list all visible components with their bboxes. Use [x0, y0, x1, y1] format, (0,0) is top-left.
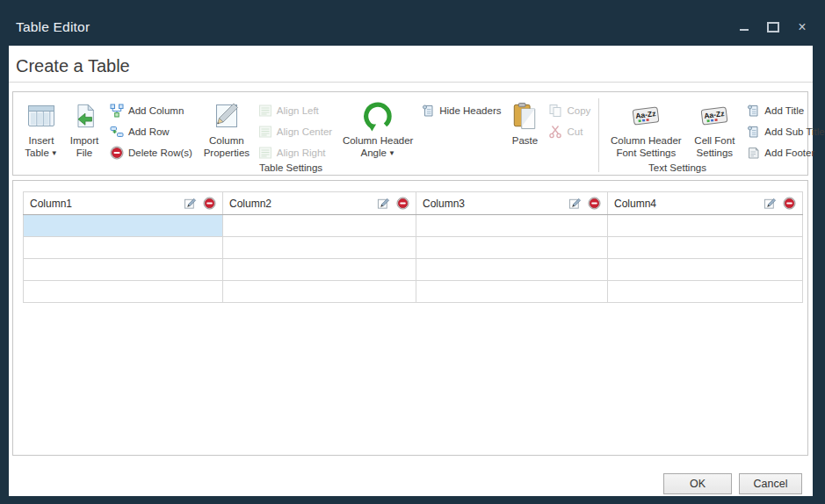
align-right-icon: [258, 146, 272, 160]
remove-column-icon[interactable]: [783, 197, 796, 210]
table-cell[interactable]: [416, 215, 608, 237]
toolbar: Insert Table▼ Import File Add Column A: [12, 91, 808, 176]
column-name: Column3: [423, 198, 568, 210]
cell-font-settings-icon: [699, 97, 729, 135]
edit-column-icon[interactable]: [568, 197, 582, 210]
align-left-button: Align Left: [258, 100, 332, 121]
dialog-content: Create a Table Insert Table▼ Import File: [9, 46, 813, 496]
hide-headers-icon: [421, 104, 435, 118]
table-cell[interactable]: [24, 281, 223, 303]
add-row-icon: [110, 125, 124, 139]
table-cell[interactable]: [223, 281, 416, 303]
remove-column-icon[interactable]: [203, 197, 216, 210]
title-actions-group: Add Title Add Sub Title Add Footer: [746, 97, 824, 163]
maximize-button[interactable]: [764, 19, 782, 35]
add-column-button[interactable]: Add Column: [110, 100, 192, 121]
align-center-button: Align Center: [258, 121, 332, 142]
cancel-button[interactable]: Cancel: [739, 473, 802, 494]
table-editor-window: Table Editor × Create a Table Insert Tab…: [0, 0, 825, 504]
table-cell[interactable]: [223, 215, 416, 237]
table-cell[interactable]: [608, 259, 803, 281]
dropdown-arrow-icon: ▼: [51, 149, 58, 157]
add-row-button[interactable]: Add Row: [110, 121, 192, 142]
ok-button[interactable]: OK: [663, 473, 732, 494]
delete-rows-icon: [110, 146, 124, 160]
column-header[interactable]: Column2: [223, 192, 416, 215]
remove-column-icon[interactable]: [396, 197, 409, 210]
editable-table: Column1 Column2 Column3 Column4: [23, 191, 803, 303]
table-row: [24, 215, 803, 237]
table-row: [24, 237, 803, 259]
column-header-font-settings-icon: [631, 97, 661, 135]
group-label-table-settings: Table Settings: [259, 162, 322, 173]
headers-group: Hide Headers: [421, 97, 501, 121]
column-header-font-settings-button[interactable]: Column Header Font Settings: [607, 97, 684, 163]
import-file-icon: [71, 97, 98, 135]
table-header-row: Column1 Column2 Column3 Column4: [24, 192, 803, 215]
edit-column-icon[interactable]: [184, 197, 197, 210]
column-header[interactable]: Column4: [608, 192, 803, 215]
table-cell[interactable]: [416, 259, 608, 281]
column-name: Column2: [229, 198, 377, 210]
table-cell[interactable]: [24, 259, 223, 281]
table-cell[interactable]: [608, 281, 803, 303]
row-column-actions-group: Add Column Add Row Delete Row(s): [110, 97, 192, 163]
header-separator: [9, 82, 813, 83]
copy-button: Copy: [548, 100, 590, 121]
minimize-button[interactable]: [735, 19, 753, 35]
table-cell[interactable]: [223, 237, 416, 259]
add-sub-title-button[interactable]: Add Sub Title: [746, 121, 824, 142]
column-properties-button[interactable]: Column Properties: [199, 97, 254, 163]
column-name: Column1: [30, 198, 184, 210]
table-cell[interactable]: [24, 237, 223, 259]
align-right-button: Align Right: [258, 142, 332, 163]
table-cell[interactable]: [416, 237, 608, 259]
add-title-icon: [746, 104, 760, 118]
table-row: [24, 259, 803, 281]
dropdown-arrow-icon: ▼: [388, 149, 395, 157]
column-header-angle-button[interactable]: Column Header Angle▼: [338, 97, 417, 163]
edit-column-icon[interactable]: [763, 197, 777, 210]
delete-rows-button[interactable]: Delete Row(s): [110, 142, 192, 163]
edit-column-icon[interactable]: [377, 197, 390, 210]
add-column-icon: [110, 104, 124, 118]
window-title: Table Editor: [16, 19, 90, 35]
paste-icon: [511, 97, 538, 135]
column-header[interactable]: Column1: [24, 192, 223, 215]
paste-button[interactable]: Paste: [506, 97, 543, 163]
column-properties-icon: [212, 97, 242, 135]
maximize-icon: [767, 22, 779, 32]
add-footer-button[interactable]: Add Footer: [746, 142, 824, 163]
cut-button: Cut: [548, 121, 590, 142]
table-cell-selected[interactable]: [24, 215, 223, 237]
table-cell[interactable]: [223, 259, 416, 281]
insert-table-icon: [25, 97, 57, 135]
add-title-button[interactable]: Add Title: [746, 100, 824, 121]
close-button[interactable]: ×: [793, 19, 811, 35]
table-panel: Column1 Column2 Column3 Column4: [12, 180, 808, 456]
hide-headers-button[interactable]: Hide Headers: [421, 100, 501, 121]
cell-font-settings-button[interactable]: Cell Font Settings: [688, 97, 741, 163]
add-footer-icon: [746, 146, 760, 160]
align-actions-group: Align Left Align Center Align Right: [258, 97, 332, 163]
toolbar-divider: [598, 98, 599, 172]
table-row: [24, 281, 803, 303]
import-file-button[interactable]: Import File: [66, 97, 103, 163]
window-controls: ×: [735, 19, 811, 35]
table-cell[interactable]: [608, 215, 803, 237]
clipboard-actions-group: Copy Cut: [548, 97, 590, 142]
group-label-text-settings: Text Settings: [648, 162, 706, 173]
table-cell[interactable]: [608, 237, 803, 259]
align-center-icon: [258, 125, 272, 139]
column-name: Column4: [614, 198, 763, 210]
add-sub-title-icon: [746, 125, 760, 139]
column-header[interactable]: Column3: [416, 192, 608, 215]
table-cell[interactable]: [416, 281, 608, 303]
page-title: Create a Table: [16, 56, 130, 76]
column-header-angle-icon: [363, 97, 393, 135]
insert-table-button[interactable]: Insert Table▼: [22, 97, 61, 163]
cut-icon: [548, 125, 562, 139]
remove-column-icon[interactable]: [588, 197, 601, 210]
align-left-icon: [258, 104, 272, 118]
titlebar[interactable]: Table Editor ×: [0, 0, 825, 46]
